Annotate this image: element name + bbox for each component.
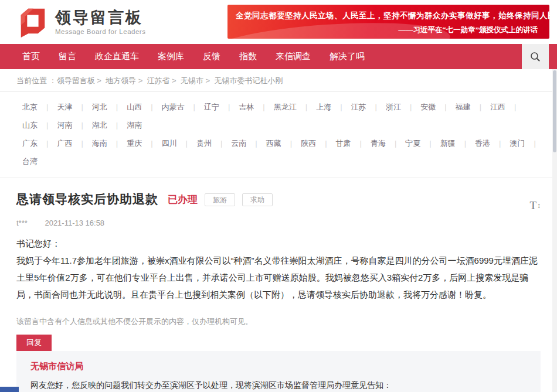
post-tag: 旅游	[205, 193, 235, 206]
nav-item[interactable]: 指数	[239, 51, 257, 62]
region-link[interactable]: 江西	[490, 103, 516, 111]
region-link[interactable]: 河北	[92, 103, 118, 111]
region-link[interactable]: 云南	[231, 139, 257, 148]
search-button[interactable]	[522, 44, 549, 69]
region-link[interactable]: 青海	[371, 139, 396, 148]
region-link[interactable]: 西藏	[266, 139, 292, 148]
nav-item[interactable]: 解决了吗	[330, 51, 365, 62]
scrollbar-thumb[interactable]	[553, 70, 556, 152]
banner-quote: 全党同志都要坚持人民立场、人民至上，坚持不懈为群众办实事做好事，始终保持同人民群…	[236, 11, 541, 21]
post-body-paragraph: 我妈于今年11.7参加老年团旅游，被崇x酒业有限公司以“种酒”名义带往崇阳太湖酒…	[16, 252, 541, 303]
region-link[interactable]: 甘肃	[336, 139, 362, 148]
region-link[interactable]: 上海	[316, 103, 342, 111]
footer-edge	[0, 387, 19, 392]
logo-subtitle: Message Board for Leaders	[55, 28, 145, 35]
search-icon	[529, 51, 541, 63]
breadcrumb-item[interactable]: 无锡市委书记杜小刚	[214, 76, 283, 85]
quote-banner: 全党同志都要坚持人民立场、人民至上，坚持不懈为群众办实事做好事，始终保持同人民群…	[227, 5, 549, 39]
nav-item[interactable]: 反馈	[203, 51, 220, 62]
banner-attribution: ——习近平在“七一勋章”颁授仪式上的讲话	[236, 25, 541, 35]
logo-title: 领导留言板	[55, 9, 145, 26]
region-link[interactable]: 浙江	[386, 103, 412, 111]
reply-panel: 无锡市信访局 网友您好，您反映的问题我们转交办至滨湖区予以处理，现将滨湖区市场监…	[16, 351, 541, 392]
font-size-icon[interactable]: T↕	[529, 199, 541, 212]
post-meta: t*** 2021-11-13 16:58	[16, 219, 541, 227]
scrollbar-track[interactable]	[552, 69, 557, 392]
region-link[interactable]: 江苏	[351, 103, 377, 111]
region-link[interactable]: 天津	[57, 103, 83, 111]
region-link[interactable]: 福建	[456, 103, 481, 111]
region-link-panel: 北京天津河北山西内蒙古辽宁吉林黑龙江上海江苏浙江安徽福建江西山东河南湖北湖南 广…	[0, 92, 557, 178]
logo-mark-icon	[16, 6, 48, 38]
logo-text: 领导留言板 Message Board for Leaders	[55, 9, 145, 35]
region-link[interactable]: 山东	[22, 121, 48, 129]
post-date: 2021-11-13 16:58	[45, 219, 104, 227]
region-link[interactable]: 陕西	[301, 139, 327, 148]
breadcrumb-item[interactable]: 无锡市	[181, 76, 214, 85]
region-link[interactable]: 广东	[22, 139, 48, 148]
breadcrumb-item[interactable]: 江苏省	[147, 76, 181, 85]
region-link[interactable]: 湖北	[92, 121, 118, 129]
status-badge: 已办理	[168, 193, 198, 206]
region-link[interactable]: 新疆	[440, 139, 466, 148]
region-link[interactable]: 重庆	[127, 139, 152, 148]
region-link[interactable]: 澳门	[510, 139, 535, 148]
region-link[interactable]: 北京	[22, 103, 48, 111]
region-link[interactable]: 辽宁	[204, 103, 230, 111]
reply-button[interactable]: 回复	[16, 335, 52, 351]
region-link[interactable]: 吉林	[239, 103, 264, 111]
region-link[interactable]: 湖南	[127, 121, 151, 129]
reply-paragraph: 网友您好，您反映的问题我们转交办至滨湖区予以处理，现将滨湖区市场监督管理局办理意…	[30, 377, 527, 392]
breadcrumb-label: 当前位置 ：	[16, 76, 57, 85]
post-detail: T↕ 恳请领导核实后协助退款 已办理 旅游求助 t*** 2021-11-13 …	[0, 191, 557, 392]
post-body-paragraph: 书记您好：	[16, 235, 541, 252]
breadcrumb-item[interactable]: 领导留言板	[57, 76, 106, 85]
region-link[interactable]: 山西	[127, 103, 152, 111]
nav-item[interactable]: 留言	[59, 51, 76, 62]
site-header: 领导留言板 Message Board for Leaders 全党同志都要坚持…	[0, 0, 557, 44]
region-link[interactable]: 广西	[57, 139, 83, 148]
post-body: 书记您好：我妈于今年11.7参加老年团旅游，被崇x酒业有限公司以“种酒”名义带往…	[16, 235, 541, 303]
region-link[interactable]: 台湾	[22, 157, 46, 166]
site-logo-link[interactable]: 领导留言板 Message Board for Leaders	[16, 6, 145, 38]
region-link[interactable]: 香港	[475, 139, 501, 148]
nav-item[interactable]: 案例库	[158, 51, 184, 62]
privacy-note: 该留言中含有个人信息或其他不便公开展示的内容，仅办理机构可见。	[16, 316, 541, 327]
post-author: t***	[16, 219, 28, 227]
region-link[interactable]: 海南	[92, 139, 118, 148]
main-nav: 首页留言政企直通车案例库反馈指数来信调查解决了吗	[0, 44, 557, 69]
post-title: 恳请领导核实后协助退款	[16, 191, 158, 207]
reply-agency-name: 无锡市信访局	[30, 361, 527, 372]
reply-text: 网友您好，您反映的问题我们转交办至滨湖区予以处理，现将滨湖区市场监督管理局办理意…	[30, 377, 527, 392]
nav-item[interactable]: 政企直通车	[95, 51, 139, 62]
breadcrumb: 当前位置 ：领导留言板地方领导江苏省无锡市无锡市委书记杜小刚	[0, 69, 557, 92]
region-link[interactable]: 四川	[162, 139, 188, 148]
region-link[interactable]: 内蒙古	[162, 103, 195, 111]
breadcrumb-item[interactable]: 地方领导	[106, 76, 147, 85]
region-link[interactable]: 河南	[57, 121, 83, 129]
region-link[interactable]: 贵州	[196, 139, 222, 148]
region-link[interactable]: 宁夏	[405, 139, 431, 148]
nav-item[interactable]: 来信调查	[276, 51, 311, 62]
region-link[interactable]: 安徽	[420, 103, 446, 111]
region-link[interactable]: 黑龙江	[274, 103, 307, 111]
post-title-row: 恳请领导核实后协助退款 已办理 旅游求助	[16, 191, 541, 207]
post-tag: 求助	[242, 193, 273, 206]
nav-item[interactable]: 首页	[22, 51, 40, 62]
